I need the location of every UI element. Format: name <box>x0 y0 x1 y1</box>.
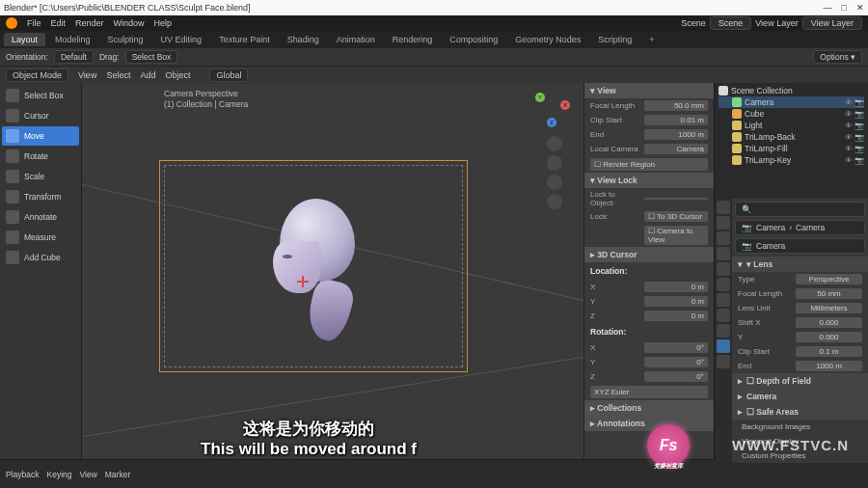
menu-help[interactable]: Help <box>154 18 173 28</box>
window-minimize[interactable]: — <box>824 3 832 13</box>
ptab-world[interactable] <box>717 262 730 276</box>
add-menu[interactable]: Add <box>140 70 155 80</box>
clipstart-field[interactable]: 0.01 m <box>644 115 708 125</box>
menu-file[interactable]: File <box>27 18 41 28</box>
outliner-item-cube[interactable]: Cube👁 📷 <box>719 108 864 120</box>
rot-z[interactable]: 0° <box>644 371 708 382</box>
tab-layout[interactable]: Layout <box>4 33 45 46</box>
timeline-marker[interactable]: Marker <box>105 470 130 479</box>
timeline-keying[interactable]: Keying <box>47 470 72 479</box>
tab-sculpting[interactable]: Sculpting <box>100 33 151 46</box>
shift-y[interactable]: 0.000 <box>796 332 862 342</box>
tab-geonodes[interactable]: Geometry Nodes <box>507 33 588 46</box>
axis-y-icon[interactable]: Y <box>535 93 545 102</box>
3d-cursor-header[interactable]: ▸ 3D Cursor <box>584 247 714 262</box>
transform-orientation[interactable]: Global <box>209 68 248 82</box>
orientation-dropdown[interactable]: Default <box>54 50 94 64</box>
camera-view-button[interactable] <box>547 175 562 190</box>
outliner-item-light[interactable]: Light👁 📷 <box>719 120 864 131</box>
clipend-field[interactable]: 1000 m <box>644 129 708 140</box>
tab-animation[interactable]: Animation <box>329 33 383 46</box>
props-search[interactable]: 🔍 <box>735 202 865 217</box>
timeline[interactable]: Playback Keying View Marker <box>0 459 868 488</box>
tab-rendering[interactable]: Rendering <box>385 33 441 46</box>
tool-add-cube[interactable]: Add Cube <box>2 248 79 267</box>
axis-x-icon[interactable]: X <box>560 100 570 110</box>
axis-z-icon[interactable]: Z <box>547 118 556 127</box>
tab-texpaint[interactable]: Texture Paint <box>211 33 278 46</box>
tool-scale[interactable]: Scale <box>2 167 79 186</box>
outliner-item-camera[interactable]: Camera👁 📷 <box>719 96 864 108</box>
ptab-physics[interactable] <box>717 309 730 322</box>
tool-cursor[interactable]: Cursor <box>2 106 79 125</box>
drag-dropdown[interactable]: Select Box <box>125 50 178 64</box>
lock-camera-check[interactable]: ☐ Camera to View <box>644 226 708 245</box>
camera-data-selector[interactable]: 📷Camera <box>735 238 865 254</box>
camera-panel[interactable]: ▸Camera <box>732 389 868 404</box>
window-maximize[interactable]: □ <box>842 3 847 13</box>
tab-scripting[interactable]: Scripting <box>590 33 639 46</box>
tab-compositing[interactable]: Compositing <box>442 33 505 46</box>
lens-type[interactable]: Perspective <box>796 274 862 285</box>
outliner-item-trilamp-back[interactable]: TriLamp-Back👁 📷 <box>719 131 864 143</box>
nav-gizmo[interactable]: X Y Z <box>531 89 572 129</box>
lens-panel-header[interactable]: ▾▾ Lens <box>732 257 868 272</box>
ptab-modifiers[interactable] <box>717 293 730 307</box>
rot-y[interactable]: 0° <box>644 357 708 367</box>
focal-length[interactable]: 50 mm <box>796 288 862 299</box>
scene-selector[interactable]: Scene <box>710 16 752 30</box>
timeline-view[interactable]: View <box>80 470 97 479</box>
object-menu[interactable]: Object <box>165 70 190 80</box>
render-region-check[interactable]: ☐ Render Region <box>590 158 708 171</box>
bgimages-panel[interactable]: Background Images <box>732 420 868 434</box>
view-panel-header[interactable]: ▾ View <box>584 83 714 98</box>
lockto-field[interactable] <box>644 198 708 200</box>
loc-z[interactable]: 0 m <box>644 311 708 321</box>
tool-move[interactable]: Move <box>2 126 79 146</box>
collections-panel[interactable]: ▸ Collections <box>584 400 714 416</box>
sculpt-head-mesh[interactable] <box>265 199 381 353</box>
view-menu[interactable]: View <box>78 70 96 80</box>
tab-add[interactable]: + <box>641 33 662 46</box>
loc-y[interactable]: 0 m <box>644 296 708 307</box>
tab-modeling[interactable]: Modeling <box>47 33 98 46</box>
rot-x[interactable]: 0° <box>644 342 708 353</box>
tab-shading[interactable]: Shading <box>280 33 327 46</box>
ptab-material[interactable] <box>717 355 730 368</box>
pan-button[interactable] <box>547 155 562 171</box>
menu-render[interactable]: Render <box>75 18 104 28</box>
clip-start[interactable]: 0.1 m <box>796 346 862 357</box>
ptab-object[interactable] <box>717 278 730 291</box>
ptab-output[interactable] <box>717 216 730 230</box>
focal-field[interactable]: 50.0 mm <box>644 100 708 111</box>
outliner-item-trilamp-key[interactable]: TriLamp-Key👁 📷 <box>719 154 864 166</box>
menu-window[interactable]: Window <box>114 18 145 28</box>
clip-end[interactable]: 1000 m <box>796 361 862 371</box>
lens-unit[interactable]: Millimeters <box>796 303 862 313</box>
localcam-field[interactable]: Camera <box>644 144 708 154</box>
outliner-scene-collection[interactable]: Scene Collection <box>719 85 864 96</box>
mode-dropdown[interactable]: Object Mode <box>6 68 68 82</box>
tool-rotate[interactable]: Rotate <box>2 147 79 166</box>
timeline-playback[interactable]: Playback <box>6 470 40 479</box>
shift-x[interactable]: 0.000 <box>796 317 862 328</box>
annotations-panel[interactable]: ▸ Annotations <box>584 416 714 431</box>
menu-edit[interactable]: Edit <box>51 18 67 28</box>
viewlock-header[interactable]: ▾ View Lock <box>584 173 714 188</box>
options-dropdown[interactable]: Options ▾ <box>813 50 862 64</box>
perspective-toggle[interactable] <box>547 194 562 209</box>
tool-transform[interactable]: Transform <box>2 187 79 206</box>
lock-cursor-check[interactable]: ☐ To 3D Cursor <box>644 211 708 222</box>
ptab-viewlayer[interactable] <box>717 231 730 245</box>
zoom-button[interactable] <box>547 136 562 151</box>
tab-uv[interactable]: UV Editing <box>153 33 210 46</box>
select-menu[interactable]: Select <box>106 70 130 80</box>
ptab-data-camera[interactable] <box>717 339 730 353</box>
viewlayer-selector[interactable]: View Layer <box>802 16 862 30</box>
ptab-scene[interactable] <box>717 247 730 260</box>
tool-measure[interactable]: Measure <box>2 228 79 247</box>
ptab-constraints[interactable] <box>717 324 730 338</box>
3d-viewport[interactable]: Camera Perspective(1) Collection | Camer… <box>82 83 583 459</box>
loc-x[interactable]: 0 m <box>644 282 708 292</box>
outliner-item-trilamp-fill[interactable]: TriLamp-Fill👁 📷 <box>719 143 864 154</box>
